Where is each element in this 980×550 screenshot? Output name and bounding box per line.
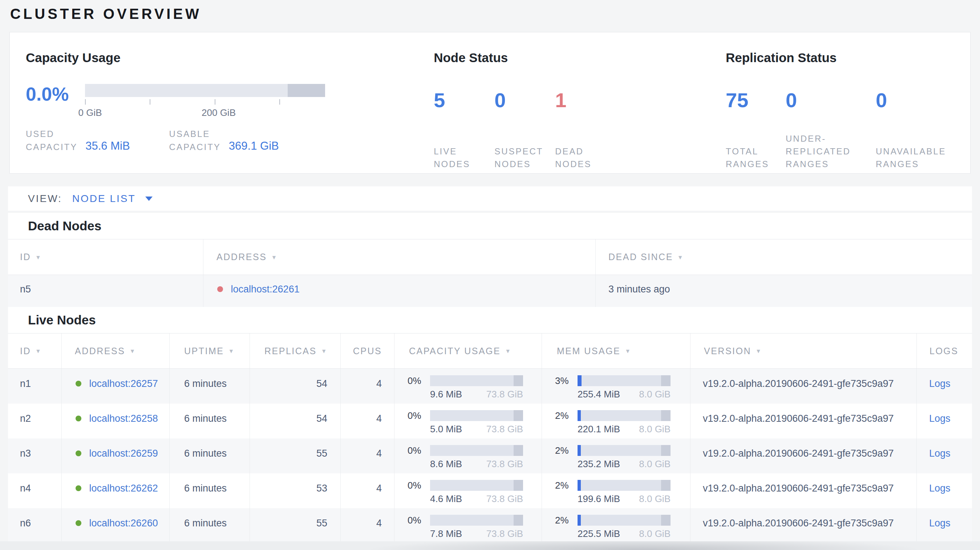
logs-link[interactable]: Logs: [929, 448, 951, 459]
mem-percent: 3%: [555, 375, 578, 386]
mem-used: 255.4 MiB: [578, 389, 620, 400]
mem-total: 8.0 GiB: [639, 389, 671, 400]
column-label: CAPACITY USAGE: [409, 346, 501, 356]
node-address-link[interactable]: localhost:26262: [89, 483, 158, 494]
node-cpus: 4: [341, 369, 395, 404]
node-logs-cell: Logs: [917, 473, 972, 508]
sort-desc-icon: ▼: [756, 348, 762, 354]
node-version: v19.2.0-alpha.20190606-2491-gfe735c9a97: [690, 508, 917, 541]
view-selector-dropdown[interactable]: NODE LIST: [72, 193, 153, 205]
node-replicas: 55: [250, 508, 341, 541]
node-logs-cell: Logs: [917, 369, 972, 404]
mem-bar-fill: [578, 480, 581, 491]
dead-status-dot: [217, 286, 223, 292]
capacity-used: 8.6 MiB: [430, 458, 462, 469]
col-address[interactable]: ADDRESS ▼: [62, 334, 170, 368]
mem-total: 8.0 GiB: [639, 493, 671, 504]
node-logs-cell: Logs: [917, 404, 972, 439]
node-id: n4: [8, 473, 62, 508]
replication-status-title: Replication Status: [726, 51, 970, 65]
dead-since-value: 3 minutes ago: [596, 275, 972, 307]
col-replicas[interactable]: REPLICAS ▼: [250, 334, 341, 368]
mem-bar-fill: [578, 410, 581, 421]
node-address-link[interactable]: localhost:26258: [89, 413, 158, 424]
under-replicated-label: UNDER- REPLICATED RANGES: [786, 132, 876, 170]
usable-capacity-label: USABLE CAPACITY: [169, 127, 221, 154]
capacity-bar-track: [85, 84, 325, 97]
dead-col-dead-since[interactable]: DEAD SINCE ▼: [596, 239, 972, 275]
col-mem-usage[interactable]: MEM USAGE ▼: [542, 334, 690, 368]
capacity-percent: 0%: [407, 480, 430, 491]
mem-usage-cell: 2% 199.6 MiB 8.0 GiB: [542, 473, 690, 508]
node-address-cell: localhost:26258: [62, 404, 170, 439]
dead-nodes-heading: Dead Nodes: [28, 219, 972, 233]
node-version: v19.2.0-alpha.20190606-2491-gfe735c9a97: [690, 439, 917, 473]
col-logs: LOGS: [917, 334, 972, 368]
total-ranges-stat: 75 TOTAL RANGES: [726, 90, 786, 170]
column-label: MEM USAGE: [557, 346, 620, 356]
node-id: n6: [8, 508, 62, 541]
node-logs-cell: Logs: [917, 508, 972, 541]
mem-bar-reserved-segment: [661, 445, 671, 456]
sort-desc-icon: ▼: [271, 254, 277, 261]
capacity-percent: 0%: [407, 375, 430, 386]
mem-mini-bar: [578, 410, 671, 421]
mem-total: 8.0 GiB: [639, 458, 671, 469]
capacity-used: 4.6 MiB: [430, 493, 462, 504]
logs-link[interactable]: Logs: [929, 413, 951, 424]
col-uptime[interactable]: UPTIME ▼: [170, 334, 250, 368]
live-status-dot: [76, 416, 81, 421]
node-address-cell: localhost:26262: [62, 473, 170, 508]
suspect-nodes-label: SUSPECT NODES: [494, 145, 555, 170]
dead-node-id: n5: [8, 275, 204, 307]
dead-col-address[interactable]: ADDRESS ▼: [204, 239, 596, 275]
axis-tick: [279, 99, 280, 105]
table-row: n3 localhost:26259 6 minutes 55 4 0% 8.6…: [8, 439, 972, 473]
column-label: ID: [20, 252, 31, 262]
logs-link[interactable]: Logs: [929, 518, 951, 529]
node-address-link[interactable]: localhost:26259: [89, 448, 158, 459]
node-address-link[interactable]: localhost:26261: [231, 284, 300, 295]
capacity-percent: 0%: [407, 410, 430, 421]
node-cpus: 4: [341, 508, 395, 541]
sort-desc-icon: ▼: [678, 254, 684, 261]
mem-mini-bar: [578, 515, 671, 526]
node-address-link[interactable]: localhost:26257: [89, 378, 158, 389]
logs-link[interactable]: Logs: [929, 378, 951, 389]
chevron-down-icon: [145, 197, 153, 201]
node-address-link[interactable]: localhost:26260: [89, 518, 158, 529]
col-capacity-usage[interactable]: CAPACITY USAGE ▼: [395, 334, 542, 368]
column-label: ID: [20, 346, 31, 356]
capacity-bar-reserved-segment: [514, 515, 523, 526]
col-version[interactable]: VERSION ▼: [690, 334, 917, 368]
cluster-summary-card: Capacity Usage 0.0% 0 GiB 200 GiB: [10, 32, 970, 174]
view-selected-value: NODE LIST: [72, 193, 136, 205]
capacity-bar-reserved-segment: [514, 375, 523, 386]
logs-link[interactable]: Logs: [929, 483, 951, 494]
dead-col-id[interactable]: ID ▼: [8, 239, 204, 275]
sort-desc-icon: ▼: [321, 348, 328, 354]
live-nodes-label: LIVE NODES: [434, 145, 494, 170]
mem-usage-cell: 2% 225.5 MiB 8.0 GiB: [542, 508, 690, 541]
col-cpus[interactable]: CPUS: [341, 334, 395, 368]
capacity-usage-cell: 0% 9.6 MiB 73.8 GiB: [395, 369, 542, 404]
node-replicas: 54: [250, 404, 341, 439]
unavailable-label: UNAVAILABLE RANGES: [876, 145, 970, 170]
bottom-shadow: [0, 541, 980, 550]
dead-node-row: n5 localhost:26261 3 minutes ago: [8, 275, 972, 307]
col-id[interactable]: ID ▼: [8, 334, 62, 368]
column-label: LOGS: [929, 346, 958, 356]
cluster-overview-page: CLUSTER OVERVIEW Capacity Usage 0.0% 0 G…: [0, 0, 980, 550]
total-ranges-label: TOTAL RANGES: [726, 145, 786, 170]
node-cpus: 4: [341, 473, 395, 508]
capacity-total: 73.8 GiB: [486, 528, 523, 539]
node-address-cell: localhost:26259: [62, 439, 170, 473]
capacity-bar-reserved-segment: [514, 480, 523, 491]
node-id: n3: [8, 439, 62, 473]
live-status-dot: [76, 381, 81, 386]
column-label: VERSION: [704, 346, 751, 356]
capacity-percent: 0.0%: [26, 84, 85, 119]
capacity-bar-reserved-segment: [514, 410, 523, 421]
mem-percent: 2%: [555, 480, 578, 491]
view-bar: VIEW: NODE LIST: [8, 186, 972, 211]
